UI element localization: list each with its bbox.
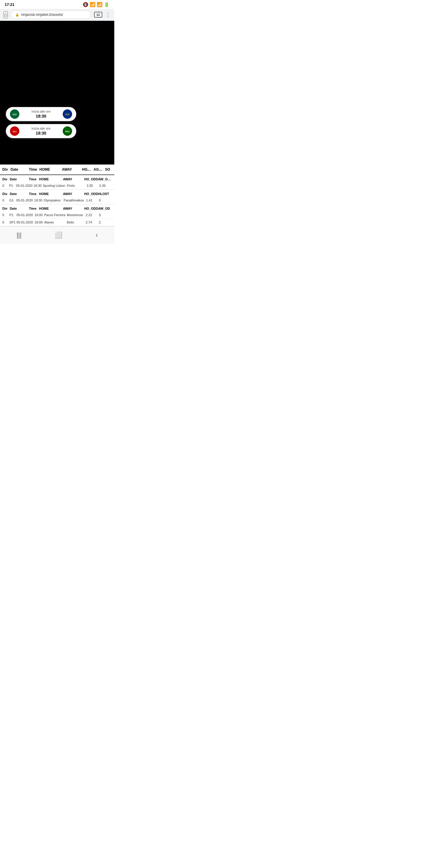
header-home: HOME — [39, 167, 60, 172]
match-pills-container: SCP Inizia alle ore 18:30 FCP OLY — [6, 107, 76, 138]
row-index: 0 — [2, 213, 9, 217]
row-away: Moreirense — [67, 213, 86, 217]
status-time: 17:21 — [5, 2, 14, 7]
browser-menu-button[interactable]: ⋮ — [105, 11, 111, 18]
pill-1-label: Inizia alle ore — [22, 110, 60, 114]
row-home: Alaves — [44, 220, 67, 224]
match-pill-1[interactable]: SCP Inizia alle ore 18:30 FCP — [6, 107, 76, 121]
pill-2-label: Inizia alle ore — [22, 127, 60, 130]
b2-h-hoodd: HO_ODD — [85, 192, 98, 195]
sporting-logo: SCP — [10, 110, 19, 119]
row-home: Sporting Lisbon — [43, 184, 67, 187]
black-background-section: SCP Inizia alle ore 18:30 FCP OLY — [0, 21, 114, 164]
row-away: Panathinaikos — [64, 198, 86, 202]
data-block-1: Div Date Time HOME AWAY HO_ODD AW_ODD 0 … — [0, 175, 114, 190]
header-hgoal: HGOAL — [82, 167, 92, 172]
nav-home-button[interactable]: ⬜ — [48, 230, 68, 240]
row-home: Olympiakos — [44, 198, 64, 202]
b3-h-div: Div — [2, 207, 10, 210]
data-block-3: Div Date Time HOME AWAY HO_ODD AW_OD 0 P… — [0, 205, 114, 226]
header-time: Time — [29, 167, 38, 172]
b3-h-hoodd: HO_ODD — [85, 207, 98, 210]
wifi-icon: 📶 — [90, 2, 96, 7]
b1-h-away: AWAY — [63, 178, 85, 181]
b2-h-date: Date — [10, 192, 29, 195]
svg-text:OLY: OLY — [12, 130, 17, 132]
b1-h-time: Time — [29, 178, 39, 181]
pill-2-info: Inizia alle ore 18:30 — [22, 127, 60, 135]
svg-text:FCP: FCP — [65, 114, 69, 116]
olympiakos-logo: OLY — [10, 126, 19, 136]
row-awodd: 3. — [99, 213, 112, 217]
row-time: 16:00 — [35, 220, 44, 224]
lock-icon: 🔒 — [15, 13, 19, 17]
porto-logo: FCP — [63, 110, 72, 119]
row-away: Betis — [67, 220, 86, 224]
row-time: 16:00 — [35, 213, 44, 217]
pill-1-info: Inizia alle ore 18:30 — [22, 110, 60, 118]
panathinaikos-logo: PAO — [63, 126, 72, 136]
mute-icon: 🔇 — [83, 2, 89, 7]
pill-1-time: 18:30 — [22, 114, 60, 119]
row-time: 18:30 — [34, 198, 44, 202]
pill-2-time: 18:30 — [22, 131, 60, 135]
row-date: 05-01-2020 — [17, 220, 35, 224]
b2-h-time: Time — [29, 192, 39, 195]
row-div: P1 — [9, 213, 17, 217]
b3-h-time: Time — [29, 207, 39, 210]
b2-h-away: AWAY — [63, 192, 85, 195]
nav-menu-button[interactable]: ||| — [10, 230, 27, 240]
table-row: 0 P1 05-01-2020 16:00 Pacos Ferreira Mor… — [0, 211, 114, 219]
browser-home-button[interactable]: ⌂ — [3, 11, 8, 19]
b3-h-away: AWAY — [63, 207, 85, 210]
b2-h-home: HOME — [39, 192, 63, 195]
row-away: Porto — [67, 184, 87, 187]
row-home: Pacos Ferreira — [44, 213, 67, 217]
b2-h-div: Div — [2, 192, 10, 195]
row-index: 0 — [2, 184, 9, 187]
url-bar[interactable]: 🔒 ninjaclub.ninjabet.it/assets/ — [11, 10, 91, 19]
header-date: Date — [10, 167, 27, 172]
row-hoodd: 2.22 — [86, 213, 99, 217]
data-block-2: Div Date Time HOME AWAY HO_ODD HLOST 0 G… — [0, 190, 114, 205]
browser-chrome: ⌂ 🔒 ninjaclub.ninjabet.it/assets/ 12 ⋮ — [0, 9, 114, 21]
status-bar: 17:21 🔇 📶 📶 🔋 — [0, 0, 114, 9]
match-pill-2[interactable]: OLY Inizia alle ore 18:30 PAO — [6, 124, 76, 138]
row-date: 05-01-2020 — [17, 213, 35, 217]
signal-icon: 📶 — [97, 2, 103, 7]
b3-h-date: Date — [10, 207, 29, 210]
block-3-headers: Div Date Time HOME AWAY HO_ODD AW_OD — [0, 205, 114, 211]
row-index: 0 — [2, 220, 9, 224]
data-table-section: Div Date Time HOME AWAY HGOAL AGOAL SO D… — [0, 164, 114, 226]
row-awodd: 2.36 — [99, 184, 112, 187]
header-away: AWAY — [62, 167, 80, 172]
row-div: P1 — [9, 184, 16, 187]
b1-h-date: Date — [10, 178, 29, 181]
status-icons: 🔇 📶 📶 🔋 — [83, 2, 109, 7]
row-hoodd: 2.74 — [86, 220, 99, 224]
row-hoodd: 1.41 — [86, 198, 99, 202]
url-text: ninjaclub.ninjabet.it/assets/ — [21, 12, 87, 17]
table-row: 0 P1 05-01-2020 18:30 Sporting Lisbon Po… — [0, 182, 114, 189]
table-row: 0 G1 05-01-2020 18:30 Olympiakos Panathi… — [0, 197, 114, 204]
b1-h-awodd: AW_ODD — [98, 178, 112, 181]
battery-icon: 🔋 — [104, 2, 109, 7]
row-index: 0 — [2, 198, 9, 202]
row-div: G1 — [9, 198, 17, 202]
main-table-header: Div Date Time HOME AWAY HGOAL AGOAL SO — [0, 164, 114, 175]
nav-back-button[interactable]: ‹ — [90, 230, 103, 240]
header-agoal: AGOAL — [94, 167, 103, 172]
row-awodd: 2. — [99, 220, 112, 224]
row-time: 18:30 — [33, 184, 43, 187]
b3-h-awodd: AW_OD — [98, 207, 112, 210]
b3-h-home: HOME — [39, 207, 63, 210]
svg-text:SCP: SCP — [12, 114, 17, 116]
header-so: SO — [105, 167, 112, 172]
row-date: 05-01-2020 — [17, 198, 34, 202]
tab-count-button[interactable]: 12 — [94, 12, 102, 18]
b1-h-div: Div — [2, 178, 10, 181]
svg-text:PAO: PAO — [65, 130, 70, 132]
b1-h-home: HOME — [39, 178, 63, 181]
b1-h-hoodd: HO_ODD — [85, 178, 98, 181]
b2-h-hlost: HLOST — [98, 192, 112, 195]
